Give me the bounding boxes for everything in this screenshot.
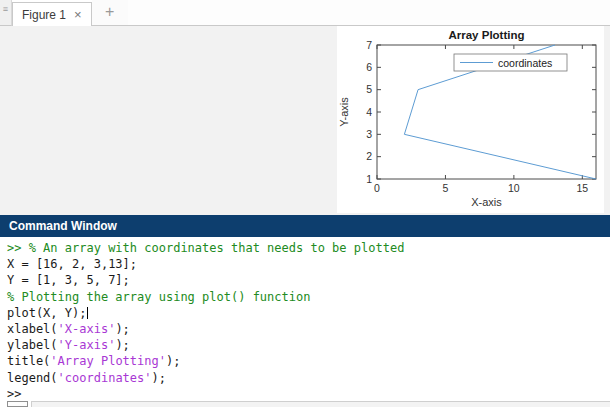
code-segment: 'X-axis' xyxy=(58,322,116,336)
code-segment: plot(X, Y); xyxy=(7,306,86,320)
code-segment: >> xyxy=(7,387,21,401)
scrollbar-margin xyxy=(0,401,7,407)
scrollbar-thumb[interactable] xyxy=(7,401,28,407)
code-segment: ); xyxy=(152,371,166,385)
svg-text:coordinates: coordinates xyxy=(498,57,552,69)
command-line: >> xyxy=(7,386,610,401)
svg-text:2: 2 xyxy=(366,150,372,162)
command-window-body[interactable]: >> % An array with coordinates that need… xyxy=(0,237,610,401)
svg-text:3: 3 xyxy=(366,128,372,140)
code-segment: 'Array Plotting' xyxy=(50,354,166,368)
command-line: % Plotting the array using plot() functi… xyxy=(7,289,610,305)
tab-figure-1[interactable]: Figure 1 × xyxy=(12,2,92,26)
panel-handle-icon[interactable]: ≡ xyxy=(0,0,12,26)
scrollbar-track[interactable] xyxy=(31,401,610,407)
command-line: ylabel('Y-axis'); xyxy=(7,337,610,353)
figure-canvas: 0510151234567 coordinates Array Plotting… xyxy=(337,26,604,213)
svg-text:5: 5 xyxy=(443,182,449,194)
code-segment: 'Y-axis' xyxy=(58,338,116,352)
command-line: title('Array Plotting'); xyxy=(7,353,610,369)
code-segment: legend( xyxy=(7,371,58,385)
figure-tab-bar: ≡ Figure 1 × + xyxy=(0,0,610,26)
code-segment: ); xyxy=(166,354,180,368)
code-segment: ); xyxy=(115,338,129,352)
svg-text:7: 7 xyxy=(366,39,372,51)
command-line: >> % An array with coordinates that need… xyxy=(7,240,610,256)
svg-text:Array Plotting: Array Plotting xyxy=(448,29,524,41)
command-line: legend('coordinates'); xyxy=(7,370,610,386)
code-segment: 'coordinates' xyxy=(58,371,152,385)
code-segment: title( xyxy=(7,354,50,368)
tab-bar-spacer xyxy=(128,0,610,26)
text-cursor xyxy=(87,307,88,319)
svg-text:4: 4 xyxy=(366,106,372,118)
close-tab-icon[interactable]: × xyxy=(74,8,82,21)
array-plot: 0510151234567 coordinates Array Plotting… xyxy=(337,26,604,213)
svg-text:1: 1 xyxy=(366,173,372,185)
code-segment: >> % An array with coordinates that need… xyxy=(7,241,404,255)
command-line: X = [16, 2, 3,13]; xyxy=(7,256,610,272)
code-segment: Y = [1, 3, 5, 7]; xyxy=(7,273,130,287)
command-window-header: Command Window xyxy=(0,215,610,237)
command-line: Y = [1, 3, 5, 7]; xyxy=(7,272,610,288)
command-line: plot(X, Y); xyxy=(7,305,610,321)
tab-label: Figure 1 xyxy=(22,8,66,22)
svg-text:5: 5 xyxy=(366,83,372,95)
svg-text:6: 6 xyxy=(366,61,372,73)
command-line: xlabel('X-axis'); xyxy=(7,321,610,337)
code-segment: ); xyxy=(115,322,129,336)
code-segment: ylabel( xyxy=(7,338,58,352)
svg-text:0: 0 xyxy=(374,182,380,194)
code-segment: xlabel( xyxy=(7,322,58,336)
matlab-online-screen: ≡ Figure 1 × + 0510151234567 coordinates… xyxy=(0,0,610,407)
svg-text:10: 10 xyxy=(508,182,520,194)
horizontal-scrollbar xyxy=(0,401,610,407)
new-tab-button[interactable]: + xyxy=(92,0,128,26)
svg-text:15: 15 xyxy=(576,182,588,194)
svg-text:X-axis: X-axis xyxy=(471,196,502,208)
figure-area: 0510151234567 coordinates Array Plotting… xyxy=(0,26,610,215)
legend: coordinates xyxy=(454,54,567,71)
code-segment: X = [16, 2, 3,13]; xyxy=(7,257,137,271)
svg-text:Y-axis: Y-axis xyxy=(338,97,350,127)
code-segment: % Plotting the array using plot() functi… xyxy=(7,290,310,304)
